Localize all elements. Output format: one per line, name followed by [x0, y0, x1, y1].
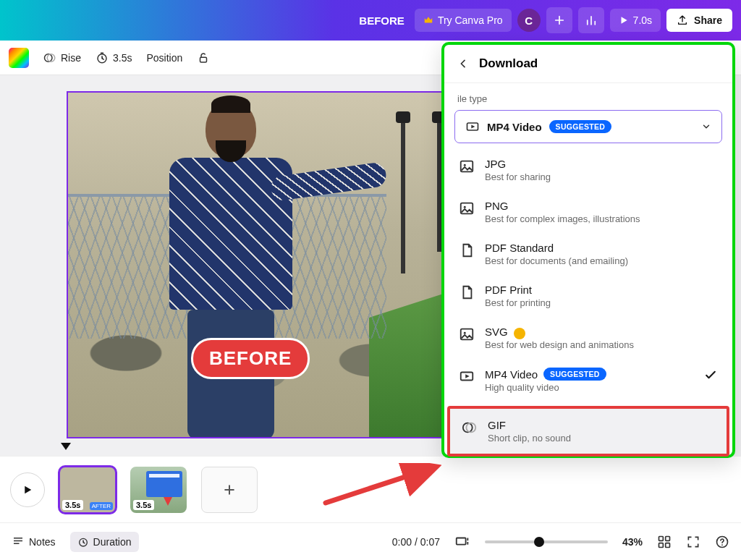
- svg-point-17: [464, 206, 466, 208]
- option-title: PDF Print: [485, 284, 551, 296]
- image-icon: [459, 326, 475, 342]
- option-title: JPG: [485, 158, 551, 170]
- add-page-button[interactable]: [201, 467, 258, 513]
- upload-icon: [677, 14, 688, 26]
- option-gif[interactable]: GIFShort clip, no sound: [447, 406, 729, 457]
- thumb-duration: 3.5s: [133, 500, 154, 510]
- thumb-duration: 3.5s: [62, 500, 83, 510]
- notes-button[interactable]: Notes: [12, 535, 56, 548]
- svg-rect-5: [457, 538, 466, 544]
- gif-icon: [462, 420, 478, 436]
- animation-icon: [43, 51, 56, 64]
- option-desc: Best for web design and animations: [485, 339, 634, 350]
- page-thumbnail-2[interactable]: 3.5s: [130, 467, 187, 513]
- video-icon: [459, 368, 475, 384]
- suggested-badge: SUGGESTED: [549, 120, 612, 133]
- selected-file-type: MP4 Video: [487, 121, 542, 133]
- image-icon: [459, 158, 475, 174]
- svg-rect-9: [666, 536, 670, 540]
- option-pdf-standard[interactable]: PDF StandardBest for documents (and emai…: [449, 233, 728, 275]
- option-title: PNG: [485, 200, 640, 212]
- play-icon: [619, 15, 629, 25]
- timing-label: 3.5s: [113, 52, 132, 64]
- svg-rect-8: [659, 536, 664, 540]
- option-mp4[interactable]: MP4 Video SUGGESTEDHigh quality video: [449, 359, 728, 402]
- back-button[interactable]: [457, 58, 469, 69]
- thumb-tag: AFTER: [90, 502, 113, 510]
- option-desc: High quality video: [485, 382, 606, 393]
- timing-button[interactable]: 3.5s: [96, 51, 132, 64]
- try-pro-button[interactable]: Try Canva Pro: [415, 9, 512, 32]
- help-icon[interactable]: [715, 535, 729, 549]
- lock-button[interactable]: [197, 51, 210, 64]
- insights-button[interactable]: [578, 7, 604, 33]
- fullscreen-icon[interactable]: [686, 535, 700, 549]
- chevron-left-icon: [457, 58, 469, 69]
- crown-icon: [514, 328, 525, 339]
- chevron-down-icon: [701, 122, 711, 132]
- design-title[interactable]: BEFORE: [359, 14, 405, 27]
- try-pro-label: Try Canva Pro: [438, 14, 503, 26]
- option-png[interactable]: PNGBest for complex images, illustration…: [449, 191, 728, 233]
- document-icon: [459, 242, 475, 258]
- position-label: Position: [146, 52, 182, 64]
- timeline-marker-icon: [61, 443, 71, 450]
- add-button[interactable]: [546, 7, 572, 33]
- fit-screen-icon[interactable]: [454, 534, 470, 550]
- option-jpg[interactable]: JPGBest for sharing: [449, 149, 728, 191]
- image-icon: [459, 200, 475, 216]
- option-desc: Best for complex images, illustrations: [485, 213, 640, 224]
- option-title: SVG: [485, 326, 508, 338]
- file-type-select[interactable]: MP4 Video SUGGESTED: [454, 110, 722, 143]
- video-icon: [465, 119, 480, 134]
- before-label-pill[interactable]: BEFORE: [191, 338, 310, 379]
- duration-button[interactable]: Duration: [70, 532, 139, 552]
- zoom-slider[interactable]: [485, 540, 608, 543]
- color-picker-button[interactable]: [9, 48, 29, 68]
- clock-icon: [96, 51, 109, 64]
- notes-label: Notes: [29, 536, 56, 548]
- timeline-row: 3.5s AFTER 3.5s: [0, 456, 741, 522]
- share-button[interactable]: Share: [666, 9, 732, 32]
- grid-view-icon[interactable]: [657, 535, 672, 549]
- plus-icon: [222, 483, 237, 497]
- preview-play-button[interactable]: 7.0s: [610, 9, 661, 32]
- file-type-label: ile type: [444, 83, 732, 110]
- option-title: GIF: [488, 419, 571, 431]
- option-svg[interactable]: SVG Best for web design and animations: [449, 317, 728, 359]
- svg-rect-11: [666, 543, 670, 547]
- svg-rect-6: [467, 538, 468, 540]
- playback-time: 0:00 / 0:07: [392, 536, 440, 548]
- check-icon: [703, 368, 718, 382]
- file-type-options: JPGBest for sharing PNGBest for complex …: [444, 143, 732, 457]
- crown-icon: [423, 15, 433, 25]
- play-duration-label: 7.0s: [633, 14, 652, 26]
- animation-label: Rise: [61, 52, 81, 64]
- scene-person: [148, 100, 314, 433]
- user-avatar[interactable]: C: [517, 9, 541, 32]
- option-desc: Best for printing: [485, 297, 551, 308]
- play-icon: [21, 483, 34, 496]
- svg-rect-3: [200, 57, 207, 62]
- notes-icon: [12, 535, 25, 548]
- bar-chart-icon: [585, 14, 598, 27]
- position-button[interactable]: Position: [146, 52, 182, 64]
- svg-rect-10: [659, 543, 664, 547]
- bottom-bar: Notes Duration 0:00 / 0:07 43%: [0, 522, 741, 560]
- page-thumbnail-1[interactable]: 3.5s AFTER: [59, 467, 116, 513]
- top-app-bar: BEFORE Try Canva Pro C 7.0s Share: [0, 0, 741, 41]
- share-label: Share: [694, 14, 722, 26]
- svg-rect-7: [467, 542, 468, 545]
- timeline-play-button[interactable]: [10, 472, 45, 507]
- panel-title: Download: [479, 56, 538, 71]
- download-panel: Download ile type MP4 Video SUGGESTED JP…: [441, 42, 735, 458]
- lock-open-icon: [197, 51, 210, 64]
- svg-point-19: [464, 332, 466, 334]
- clock-icon: [77, 536, 89, 548]
- option-desc: Best for documents (and emailing): [485, 255, 628, 266]
- option-title: PDF Standard: [485, 242, 628, 254]
- option-pdf-print[interactable]: PDF PrintBest for printing: [449, 275, 728, 317]
- document-icon: [459, 284, 475, 300]
- svg-point-15: [464, 164, 466, 166]
- animation-button[interactable]: Rise: [43, 51, 81, 64]
